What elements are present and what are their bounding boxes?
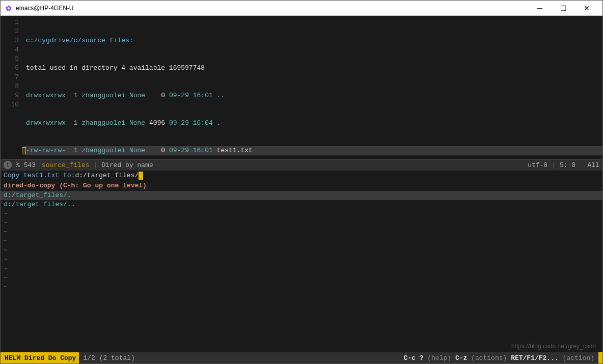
tilde-icon: ~ [4, 209, 599, 218]
line-number: 7 [1, 73, 19, 82]
helm-candidate-list[interactable]: d:/target_files/. d:/target_files/.. [1, 191, 602, 209]
helm-hint-key: RET/F1/F2... [511, 354, 559, 362]
dired-row[interactable]: drwxrwxrwx 1 zhangguolei None 0 09-29 16… [23, 91, 602, 100]
dired-path: c:/cygdrive/c/source_files: [26, 37, 133, 44]
tilde-icon: ~ [4, 273, 599, 283]
emacs-icon: ✿ [5, 4, 13, 12]
modeline-position: 5: 0 [560, 161, 575, 169]
window-title: emacs@HP-4GEN-U [16, 5, 528, 12]
cursor-mark [22, 147, 26, 154]
minimize-button[interactable]: ─ [528, 1, 552, 16]
tilde-icon: ~ [4, 255, 599, 264]
tilde-icon: ~ [4, 218, 599, 228]
line-number-gutter: 1 2 3 4 5 6 7 8 9 10 [1, 16, 23, 159]
dired-row-selected[interactable]: -rw-rw-rw- 1 zhangguolei None 0 09-29 16… [23, 146, 602, 155]
line-number: 9 [1, 91, 19, 100]
helm-hint: (help) [427, 354, 451, 362]
dired-buffer[interactable]: 1 2 3 4 5 6 7 8 9 10 c:/cygdrive/c/sourc… [1, 16, 602, 159]
helm-modeline-title: HELM Dired Do Copy [5, 354, 76, 362]
modeline-mode: Dired by name [101, 161, 153, 169]
modeline-encoding: utf-8 [528, 161, 547, 169]
tilde-icon: ~ [4, 283, 599, 292]
dired-path-row[interactable]: c:/cygdrive/c/source_files: [23, 36, 602, 45]
helm-hint: (actions) [471, 354, 507, 362]
maximize-button[interactable]: ☐ [552, 1, 575, 16]
dired-content[interactable]: c:/cygdrive/c/source_files: total used i… [23, 16, 602, 159]
window-controls: ─ ☐ ✕ [528, 1, 598, 16]
helm-source-header: dired-do-copy (C-h: Go up one level) [1, 181, 602, 191]
minibuffer-input[interactable]: d:/target_files/ [75, 171, 139, 180]
line-number: 5 [1, 54, 19, 64]
line-number: 6 [1, 64, 19, 73]
helm-hint-key: C-c ? [403, 354, 423, 362]
dired-summary: total used in directory 4 available 1695… [26, 64, 205, 72]
line-number: 4 [1, 45, 19, 54]
close-button[interactable]: ✕ [575, 1, 598, 16]
helm-hint-key: C-z [455, 354, 467, 362]
helm-count: 1/2 (2 total) [83, 354, 134, 362]
tilde-icon: ~ [4, 264, 599, 273]
helm-candidate[interactable]: d:/target_files/.. [1, 200, 602, 209]
window-titlebar: ✿ emacs@HP-4GEN-U ─ ☐ ✕ [1, 1, 602, 16]
line-number: 8 [1, 82, 19, 91]
helm-modeline: HELM Dired Do Copy 1/2 (2 total) C-c ? (… [1, 352, 602, 363]
line-number: 3 [1, 36, 19, 45]
helm-empty-area: ~ ~ ~ ~ ~ ~ ~ ~ ~ [1, 209, 602, 353]
helm-candidate-selected[interactable]: d:/target_files/. [1, 191, 602, 200]
info-icon: i [4, 161, 12, 169]
modeline-scroll: All [588, 161, 599, 169]
dired-filename: .. [217, 92, 225, 99]
tilde-icon: ~ [4, 228, 599, 237]
minibuffer[interactable]: Copy test1.txt to: d:/target_files/ [1, 171, 602, 181]
minibuffer-prompt: Copy test1.txt to: [4, 171, 75, 180]
line-number: 10 [1, 100, 19, 109]
dired-row[interactable]: drwxrwxrwx 1 zhangguolei None 4096 09-29… [23, 119, 602, 128]
watermark: https://blog.csdn.net/grey_csdn [511, 343, 596, 350]
helm-hint: (action) [563, 354, 594, 362]
modeline-size: 543 [24, 161, 36, 169]
modeline-buffer: source_files [42, 161, 90, 169]
tilde-icon: ~ [4, 237, 599, 246]
cursor-icon [139, 172, 143, 180]
modeline-percent: % [16, 161, 20, 169]
dired-filename: test1.txt [217, 147, 253, 154]
dired-summary-row: total used in directory 4 available 1695… [23, 64, 602, 73]
tilde-icon: ~ [4, 246, 599, 255]
line-number: 1 [1, 18, 19, 27]
helm-header-text: dired-do-copy (C-h: Go up one level) [4, 182, 147, 189]
dired-filename: . [217, 119, 221, 127]
modeline: i % 543 source_files | Dired by name utf… [1, 159, 602, 171]
line-number: 2 [1, 27, 19, 36]
